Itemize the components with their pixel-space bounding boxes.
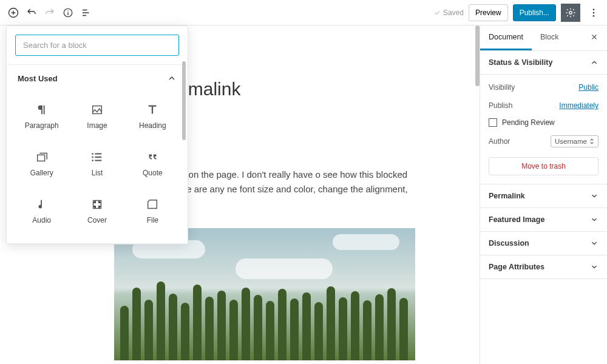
saved-label: Saved xyxy=(443,8,464,17)
pending-label: Pending Review xyxy=(502,118,555,127)
quote-icon xyxy=(146,150,159,164)
gear-icon xyxy=(565,7,576,18)
author-select[interactable]: Username xyxy=(551,135,599,147)
tab-block[interactable]: Block xyxy=(532,25,568,50)
publish-row: Publish Immediately xyxy=(489,96,599,115)
block-label: Image xyxy=(87,121,107,130)
editor-topbar: Saved Preview Publish... xyxy=(0,0,607,25)
heading-icon xyxy=(146,103,159,116)
chevron-down-icon xyxy=(590,239,599,248)
block-label: Quote xyxy=(143,169,163,177)
panel-discussion[interactable]: Discussion xyxy=(480,232,607,255)
svg-point-3 xyxy=(569,11,572,14)
list-outline-icon xyxy=(81,7,92,18)
publish-value[interactable]: Immediately xyxy=(559,101,599,110)
block-label: List xyxy=(92,169,103,177)
panel-featured-image[interactable]: Featured Image xyxy=(480,208,607,232)
publish-label: Publish xyxy=(489,101,512,110)
sidebar-close-button[interactable] xyxy=(582,25,607,50)
panel-page-attributes[interactable]: Page Attributes xyxy=(480,255,607,279)
audio-icon xyxy=(35,198,49,211)
inserter-grid: Paragraph Image Heading Gallery List Quo… xyxy=(7,92,188,243)
preview-button[interactable]: Preview xyxy=(469,4,508,21)
settings-sidebar: Document Block Status & Visibility Visib… xyxy=(480,25,607,364)
block-paragraph[interactable]: Paragraph xyxy=(14,93,69,140)
svg-point-2 xyxy=(67,10,69,12)
panel-status-visibility[interactable]: Status & Visibility xyxy=(480,51,607,75)
svg-point-9 xyxy=(92,153,93,155)
chevron-up-icon xyxy=(167,73,177,83)
redo-icon xyxy=(44,7,55,18)
block-inserter-popover: Search for a block Most Used Paragraph I… xyxy=(6,25,188,244)
topbar-right: Saved Preview Publish... xyxy=(433,4,602,22)
sidebar-tabs: Document Block xyxy=(480,25,607,51)
svg-point-4 xyxy=(593,8,595,10)
author-label: Author xyxy=(489,137,510,146)
file-icon xyxy=(146,198,159,211)
plus-circle-icon xyxy=(7,7,19,19)
panel-title: Featured Image xyxy=(489,215,544,224)
visibility-value[interactable]: Public xyxy=(578,83,599,92)
block-image[interactable]: Image xyxy=(69,93,124,140)
more-vertical-icon xyxy=(588,7,599,18)
redo-button[interactable] xyxy=(41,4,58,21)
svg-point-5 xyxy=(593,12,595,13)
svg-rect-8 xyxy=(37,155,44,161)
undo-button[interactable] xyxy=(23,4,40,21)
chevron-up-icon xyxy=(590,58,599,67)
block-label: Paragraph xyxy=(25,121,59,130)
panel-title: Permalink xyxy=(489,192,525,200)
list-icon xyxy=(90,150,104,164)
gallery-icon xyxy=(35,150,49,164)
inserter-category-header[interactable]: Most Used xyxy=(7,65,188,92)
block-label: Gallery xyxy=(30,169,53,177)
inserter-scrollbar[interactable] xyxy=(182,61,186,140)
author-value: Username xyxy=(555,138,587,145)
block-audio[interactable]: Audio xyxy=(14,187,69,235)
check-icon xyxy=(433,9,441,16)
cover-icon xyxy=(90,198,104,211)
move-to-trash-button[interactable]: Move to trash xyxy=(489,157,599,175)
category-label: Most Used xyxy=(18,74,58,83)
editor-scrollbar[interactable] xyxy=(475,25,480,86)
block-cover[interactable]: Cover xyxy=(69,187,124,235)
panel-title: Page Attributes xyxy=(489,263,544,271)
block-label: File xyxy=(147,216,158,224)
block-gallery[interactable]: Gallery xyxy=(14,140,69,187)
visibility-row: Visibility Public xyxy=(489,78,599,96)
svg-point-10 xyxy=(92,157,93,158)
block-search-input[interactable]: Search for a block xyxy=(15,35,179,56)
chevron-down-icon xyxy=(590,263,599,271)
author-row: Author Username xyxy=(489,130,599,152)
pending-review-checkbox[interactable]: Pending Review xyxy=(489,115,599,130)
info-icon xyxy=(63,7,73,18)
more-menu-button[interactable] xyxy=(585,4,602,21)
chevron-down-icon xyxy=(590,215,599,224)
publish-button[interactable]: Publish... xyxy=(513,4,556,21)
block-label: Cover xyxy=(87,216,107,224)
block-list[interactable]: List xyxy=(69,140,124,187)
block-quote[interactable]: Quote xyxy=(125,140,180,187)
panel-title: Status & Visibility xyxy=(489,58,552,67)
svg-point-11 xyxy=(92,160,93,161)
select-arrows-icon xyxy=(589,138,594,145)
settings-button[interactable] xyxy=(561,4,580,22)
outline-button[interactable] xyxy=(78,4,95,21)
info-button[interactable] xyxy=(59,4,76,21)
tab-document[interactable]: Document xyxy=(480,25,532,50)
svg-point-6 xyxy=(593,15,595,16)
panel-title: Discussion xyxy=(489,239,529,248)
image-icon xyxy=(90,103,104,116)
add-block-button[interactable] xyxy=(5,4,22,21)
block-label: Heading xyxy=(139,121,166,130)
undo-icon xyxy=(26,7,37,18)
block-label: Audio xyxy=(32,216,51,224)
visibility-label: Visibility xyxy=(489,83,515,92)
checkbox-icon xyxy=(489,118,497,127)
image-block[interactable] xyxy=(114,228,415,360)
topbar-left xyxy=(5,4,95,21)
block-heading[interactable]: Heading xyxy=(125,93,180,140)
block-file[interactable]: File xyxy=(125,187,180,235)
saved-status: Saved xyxy=(433,8,464,17)
panel-permalink[interactable]: Permalink xyxy=(480,184,607,208)
